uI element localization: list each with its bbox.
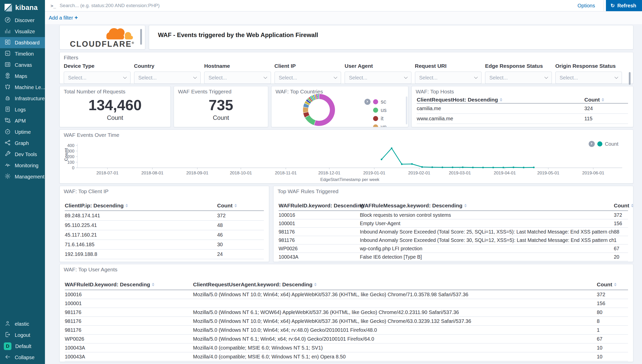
- svg-text:300: 300: [67, 149, 74, 154]
- kibana-logo[interactable]: kibana: [0, 0, 45, 15]
- svg-text:200: 200: [67, 154, 74, 159]
- column-header-wafruleid-keyword-descending[interactable]: WAFRuleID.keyword: Descending: [279, 203, 360, 209]
- sidebar-item-logs[interactable]: Logs: [0, 104, 45, 115]
- column-header-count[interactable]: Count: [584, 97, 628, 103]
- column-header-count[interactable]: Count: [614, 203, 633, 209]
- add-filter-button[interactable]: Add a filter+: [49, 14, 78, 21]
- column-header-wafruleid-keyword-descending[interactable]: WAFRuleID.keyword: Descending: [65, 282, 193, 288]
- sidebar-item-monitoring[interactable]: Monitoring: [0, 160, 45, 171]
- sidebar-item-machine-le[interactable]: Machine Le...: [0, 82, 45, 93]
- sidebar-item-discover[interactable]: Discover: [0, 15, 45, 26]
- panel-scrollbar[interactable]: [140, 29, 142, 45]
- sidebar-item-elastic[interactable]: elastic: [0, 318, 45, 329]
- legend-toggle-icon[interactable]: [589, 141, 595, 147]
- legend-dot: [373, 108, 378, 113]
- cloudflare-cloud-icon: [102, 26, 140, 41]
- table-cell: 324: [584, 106, 628, 111]
- column-header-clientrequestuseragent-keyword-descending[interactable]: ClientRequestUserAgent.keyword: Descendi…: [193, 282, 597, 288]
- events-line-chart[interactable]: 01002003004002018-07-012018-08-012018-09…: [60, 130, 633, 183]
- table-row: 95.110.225.4148: [65, 221, 264, 230]
- panel-scrollbar[interactable]: [629, 72, 631, 85]
- sidebar-item-default[interactable]: DDefault: [0, 341, 45, 352]
- sidebar-item-infrastructure[interactable]: Infrastructure: [0, 93, 45, 104]
- legend-item-it[interactable]: it: [364, 114, 387, 123]
- cloudflare-logo-panel: CLOUDFLARE®: [59, 25, 145, 49]
- sidebar-item-dev-tools[interactable]: Dev Tools: [0, 149, 45, 160]
- options-button[interactable]: Options: [569, 0, 604, 11]
- table-row: 100016Block requests to version control …: [279, 211, 628, 219]
- svg-text:0: 0: [72, 166, 74, 170]
- filter-select-device-type[interactable]: Select...: [64, 72, 131, 84]
- filter-select-country[interactable]: Select...: [134, 72, 201, 84]
- legend-item-sc[interactable]: sc: [364, 97, 387, 106]
- sidebar-item-dashboard[interactable]: Dashboard: [0, 37, 45, 48]
- countries-donut-chart[interactable]: [303, 94, 335, 126]
- table-row: 981176Inbound Anomaly Score Exceeded (To…: [279, 228, 628, 236]
- sidebar-item-timelion[interactable]: Timelion: [0, 48, 45, 59]
- sidebar-item-maps[interactable]: Maps: [0, 71, 45, 82]
- sidebar-item-label: elastic: [15, 321, 29, 327]
- table-row: 100043AMozilla/4.0 (compatible; MSIE 6.0…: [65, 352, 628, 361]
- topbar-divider: [604, 0, 604, 11]
- refresh-button[interactable]: ↻ Refresh: [606, 0, 642, 11]
- table-cell: Mozilla/5.0 (Windows NT 10.0; Win64; x64…: [193, 327, 597, 333]
- column-header-wafrulemessage-keyword-descending[interactable]: WAFRuleMessage.keyword: Descending: [360, 203, 614, 209]
- panel-title: WAF: Top User Agents: [64, 267, 117, 273]
- table-cell: 372: [597, 292, 628, 297]
- filter-select-user-agent[interactable]: Select...: [345, 72, 411, 84]
- top-hosts-panel: WAF: Top Hosts ClientRequestHost: Descen…: [411, 86, 633, 127]
- column-header-clientip-ip-descending[interactable]: ClientIP.ip: Descending: [65, 203, 217, 209]
- panel-title: Filters: [64, 55, 78, 61]
- gear-icon: [4, 173, 11, 180]
- search-bar[interactable]: >_: [45, 0, 569, 11]
- column-header-clientrequesthost-descending[interactable]: ClientRequestHost: Descending: [417, 97, 584, 103]
- sidebar-item-collapse[interactable]: Collapse: [0, 352, 45, 363]
- sidebar-item-canvas[interactable]: Canvas: [0, 59, 45, 71]
- filter-select-origin-response-status[interactable]: Select...: [555, 72, 622, 84]
- sort-icon: [500, 98, 502, 102]
- table-row: www.camilia.me115: [417, 114, 628, 124]
- sidebar-item-uptime[interactable]: Uptime: [0, 126, 45, 138]
- sidebar-item-apm[interactable]: APM: [0, 115, 45, 126]
- sidebar-item-label: Visualize: [15, 29, 35, 35]
- sidebar-item-visualize[interactable]: Visualize: [0, 26, 45, 37]
- search-input[interactable]: [60, 3, 569, 8]
- filter-group-device-type: Device Type Select...: [64, 63, 131, 84]
- panel-title: WAF: Top Client IP: [64, 188, 108, 194]
- legend-dot: [373, 99, 378, 104]
- filter-select-request-uri[interactable]: Select...: [415, 72, 482, 84]
- wrench-icon: [4, 151, 11, 158]
- filter-select-hostname[interactable]: Select...: [204, 72, 271, 84]
- filter-select-client-ip[interactable]: Select...: [275, 72, 341, 84]
- select-placeholder: Select...: [560, 75, 578, 81]
- table-cell: 981176: [65, 318, 193, 324]
- legend-item-vn[interactable]: vn: [364, 123, 387, 127]
- column-header-count[interactable]: Count: [217, 203, 264, 209]
- user-icon: [4, 320, 11, 328]
- sidebar-item-management[interactable]: Management: [0, 171, 45, 182]
- timelion-icon: [4, 50, 11, 58]
- filter-select-edge-response-status[interactable]: Select...: [485, 72, 552, 84]
- chart-legend[interactable]: Count: [589, 141, 618, 147]
- svg-text:2019-02-01: 2019-02-01: [408, 171, 430, 175]
- table-cell: WP0026: [65, 336, 193, 342]
- table-row: WP0026wp-config.php LFI protection67: [279, 244, 628, 253]
- kibana-dashboard-screen: kibana DiscoverVisualizeDashboardTimelio…: [0, 0, 642, 364]
- panel-scrollbar[interactable]: [406, 96, 407, 124]
- sidebar-item-logout[interactable]: Logout: [0, 329, 45, 341]
- logout-icon: [4, 331, 11, 339]
- sidebar-item-label: Dev Tools: [15, 152, 37, 157]
- chevron-down-icon: [474, 75, 478, 79]
- legend-label: sc: [381, 98, 386, 105]
- table-cell: 89.248.174.141: [65, 213, 217, 219]
- table-cell: 100016: [65, 292, 193, 297]
- metric-label: Count: [174, 114, 268, 121]
- table-cell: Mozilla/5.0 (Windows NT 6.1; WOW64) Appl…: [193, 309, 597, 315]
- legend-label: it: [381, 115, 383, 122]
- legend-toggle-icon[interactable]: [364, 99, 371, 105]
- table-cell: 156: [614, 221, 628, 226]
- table-cell: 10: [597, 354, 628, 360]
- legend-item-us[interactable]: us: [364, 106, 387, 114]
- column-header-count[interactable]: Count: [597, 282, 628, 288]
- sidebar-item-graph[interactable]: Graph: [0, 138, 45, 149]
